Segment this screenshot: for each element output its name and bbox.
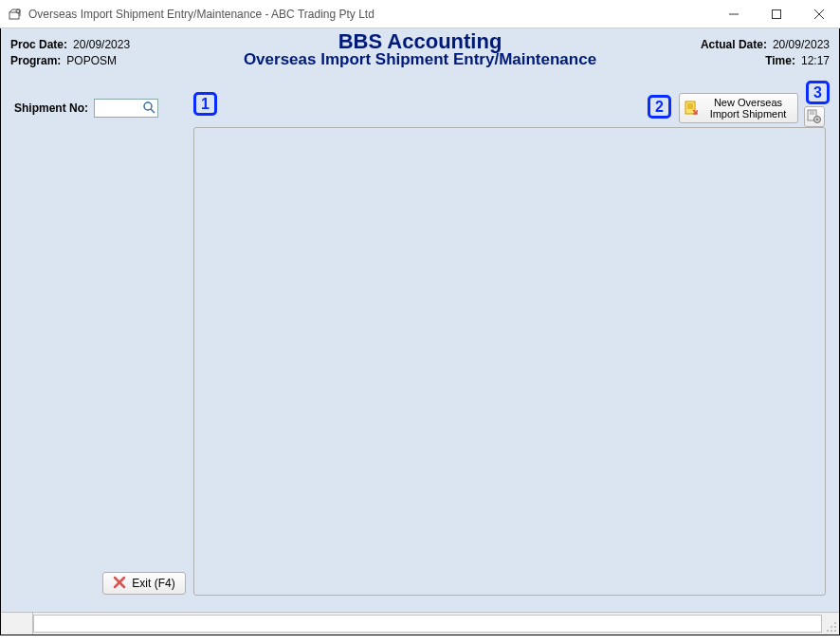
content-frame <box>193 127 826 596</box>
svg-point-20 <box>834 626 836 628</box>
new-document-icon <box>684 101 699 116</box>
time-value: 12:17 <box>801 53 830 68</box>
status-cell-left <box>1 613 33 635</box>
new-overseas-button-label: New OverseasImport Shipment <box>703 97 794 120</box>
proc-date-value: 20/09/2023 <box>73 37 130 52</box>
svg-point-16 <box>816 119 818 120</box>
actual-date-value: 20/09/2023 <box>773 37 830 52</box>
status-cell-main <box>33 615 822 633</box>
header-area: Proc Date: 20/09/2023 BBS Accounting Act… <box>1 28 839 68</box>
window-controls <box>712 0 840 28</box>
maximize-button[interactable] <box>755 0 797 28</box>
close-x-icon <box>113 576 126 592</box>
app-subtitle: Overseas Import Shipment Entry/Maintenan… <box>244 50 596 68</box>
close-button[interactable] <box>797 0 840 28</box>
callout-3: 3 <box>806 81 830 104</box>
callout-2: 2 <box>648 95 671 119</box>
app-icon <box>8 7 23 22</box>
callout-1: 1 <box>193 92 217 116</box>
new-overseas-import-shipment-button[interactable]: New OverseasImport Shipment <box>679 93 798 123</box>
client-area: Proc Date: 20/09/2023 BBS Accounting Act… <box>0 28 840 635</box>
svg-point-19 <box>834 622 836 624</box>
resize-grip[interactable] <box>824 613 839 635</box>
actual-date-label: Actual Date: <box>701 37 767 52</box>
program-value: POPOSM <box>66 53 117 68</box>
svg-point-6 <box>144 102 152 110</box>
window-title: Overseas Import Shipment Entry/Maintenan… <box>28 8 712 21</box>
gear-document-icon <box>807 109 822 124</box>
shipment-row: Shipment No: <box>14 99 158 118</box>
svg-point-21 <box>831 626 832 628</box>
minimize-button[interactable] <box>712 0 755 28</box>
time-label: Time: <box>765 53 795 68</box>
exit-button-label: Exit (F4) <box>132 577 174 590</box>
window-titlebar: Overseas Import Shipment Entry/Maintenan… <box>0 0 840 28</box>
svg-point-24 <box>827 630 829 632</box>
svg-point-22 <box>834 630 836 632</box>
program-label: Program: <box>10 53 61 68</box>
status-bar <box>1 612 839 635</box>
svg-point-23 <box>831 630 832 632</box>
svg-rect-3 <box>772 9 780 18</box>
shipment-no-label: Shipment No: <box>14 101 88 115</box>
transaction-settings-button[interactable] <box>804 106 825 127</box>
shipment-input-wrapper <box>94 99 158 118</box>
exit-button[interactable]: Exit (F4) <box>102 572 186 595</box>
search-icon[interactable] <box>142 101 155 114</box>
svg-line-7 <box>151 109 155 113</box>
proc-date-label: Proc Date: <box>10 37 67 52</box>
